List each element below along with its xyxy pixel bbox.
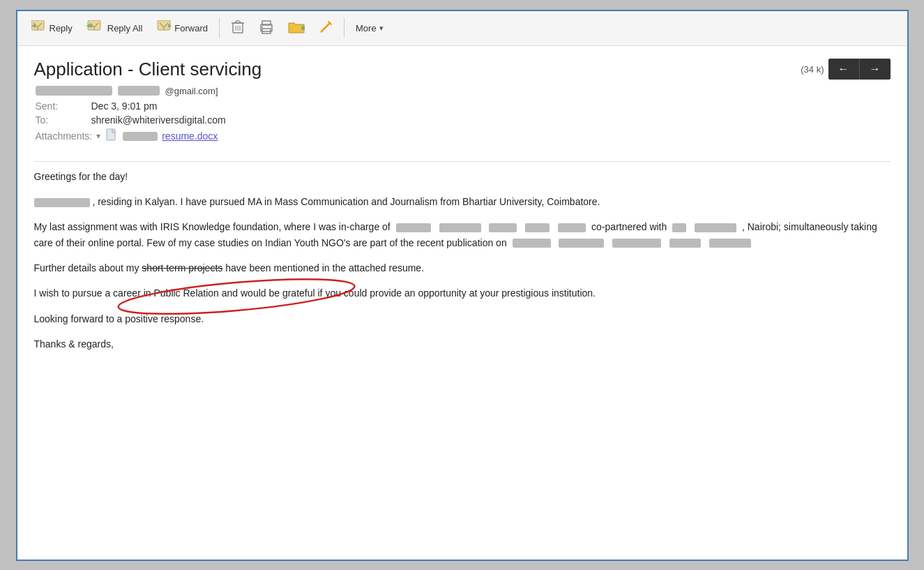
subject-row: Application - Client servicing (34 k) ← …: [34, 59, 891, 80]
greeting-paragraph: Greetings for the day!: [34, 169, 891, 184]
sender-row: @gmail.com]: [34, 86, 891, 96]
svg-point-21: [262, 27, 263, 28]
separator-2: [344, 18, 344, 38]
sent-value: Dec 3, 9:01 pm: [91, 100, 158, 112]
folder-icon-svg: [288, 20, 305, 34]
email-size: (34 k): [801, 64, 824, 75]
assignment-blurred-10: [612, 239, 661, 248]
nav-arrows: ← →: [828, 59, 891, 80]
svg-line-23: [321, 23, 330, 31]
delete-button[interactable]: [225, 17, 250, 40]
more-button[interactable]: More ▾: [350, 20, 389, 36]
wish-paragraph-container: I wish to pursue a career in Public Rela…: [34, 285, 891, 301]
attachment-dropdown-arrow: ▾: [96, 131, 100, 141]
assignment-blurred-1: [396, 223, 431, 232]
assignment-blurred-6: [672, 223, 686, 232]
print-icon: [259, 20, 274, 36]
forward-label: Forward: [174, 23, 208, 33]
attachment-file-icon: [105, 128, 119, 144]
to-row: To: shrenik@whiteriversdigital.com: [34, 114, 891, 126]
sender-name-blurred: [36, 86, 112, 96]
more-dropdown-icon: ▾: [379, 24, 384, 33]
assignment-text-start: My last assignment was with IRIS Knowled…: [34, 221, 391, 232]
sent-row: Sent: Dec 3, 9:01 pm: [34, 100, 891, 112]
attachment-name-blurred: [123, 132, 158, 141]
strikethrough-text: short term projects: [142, 262, 222, 273]
assignment-blurred-4: [525, 223, 550, 232]
intro-paragraph: , residing in Kalyan. I have pursued MA …: [34, 194, 891, 209]
reply-button[interactable]: Reply: [26, 17, 78, 39]
wish-text: I wish to pursue a career in Public Rela…: [34, 287, 596, 299]
reply-all-icon: [86, 20, 105, 36]
reply-all-icon-svg: [86, 20, 105, 33]
assignment-blurred-2: [439, 223, 481, 232]
assignment-blurred-12: [709, 239, 751, 248]
sender-email: @gmail.com]: [165, 86, 218, 96]
pencil-icon: [319, 20, 333, 36]
attachment-link[interactable]: resume.docx: [162, 130, 218, 142]
delete-icon: [231, 20, 245, 37]
thanks-text: Thanks & regards,: [34, 338, 114, 350]
edit-button[interactable]: [313, 17, 338, 39]
assignment-text-end: co-partnered with: [591, 221, 667, 232]
print-button[interactable]: [253, 17, 280, 39]
forward-button[interactable]: Forward: [151, 17, 213, 39]
assignment-blurred-5: [558, 223, 586, 232]
sent-label: Sent:: [36, 100, 91, 112]
thanks-paragraph: Thanks & regards,: [34, 336, 891, 352]
size-nav-area: (34 k) ← →: [801, 59, 890, 80]
greeting-text: Greetings for the day!: [34, 171, 128, 182]
reply-icon-svg: [31, 20, 47, 33]
more-label: More: [356, 23, 377, 33]
looking-forward-paragraph: Looking forward to a positive response.: [34, 311, 891, 327]
intro-text: , residing in Kalyan. I have pursued MA …: [92, 196, 600, 207]
further-text-start: Further details about my: [34, 262, 142, 273]
attachments-row: Attachments: ▾ resume.docx: [34, 128, 891, 144]
separator-1: [219, 18, 220, 38]
to-label: To:: [36, 114, 91, 126]
next-email-button[interactable]: →: [860, 59, 891, 80]
further-details-paragraph: Further details about my short term proj…: [34, 260, 891, 276]
folder-button[interactable]: [282, 17, 310, 39]
assignment-paragraph: My last assignment was with IRIS Knowled…: [34, 219, 891, 250]
email-header: Application - Client servicing (34 k) ← …: [17, 46, 907, 154]
file-icon-svg: [105, 128, 119, 142]
intro-blurred-name: [34, 198, 90, 207]
to-value: shrenik@whiteriversdigital.com: [91, 114, 226, 126]
prev-email-button[interactable]: ←: [828, 59, 860, 80]
pencil-icon-svg: [319, 20, 333, 34]
reply-all-label: Reply All: [107, 23, 143, 33]
header-body-divider: [34, 161, 891, 162]
reply-icon: [31, 20, 47, 36]
assignment-blurred-9: [559, 239, 604, 248]
forward-icon: [156, 20, 172, 36]
looking-forward-text: Looking forward to a positive response.: [34, 313, 204, 324]
trash-icon-svg: [231, 20, 245, 35]
toolbar: Reply Reply All: [17, 11, 907, 46]
reply-label: Reply: [50, 23, 73, 33]
assignment-blurred-7: [695, 223, 736, 232]
forward-icon-svg: [156, 20, 172, 33]
email-window: Reply Reply All: [16, 10, 909, 561]
assignment-blurred-11: [669, 239, 701, 248]
attachments-label: Attachments:: [36, 130, 93, 142]
wish-paragraph: I wish to pursue a career in Public Rela…: [34, 285, 891, 301]
email-subject: Application - Client servicing: [34, 59, 262, 80]
svg-marker-22: [301, 26, 305, 30]
assignment-blurred-3: [489, 223, 517, 232]
assignment-blurred-8: [513, 239, 551, 248]
print-icon-svg: [259, 20, 274, 34]
further-text-end: have been mentioned in the attached resu…: [222, 262, 424, 273]
email-body: Greetings for the day! , residing in Kal…: [17, 169, 907, 379]
folder-icon: [288, 20, 305, 36]
sender-name-blurred2: [118, 86, 160, 96]
reply-all-button[interactable]: Reply All: [81, 17, 149, 39]
